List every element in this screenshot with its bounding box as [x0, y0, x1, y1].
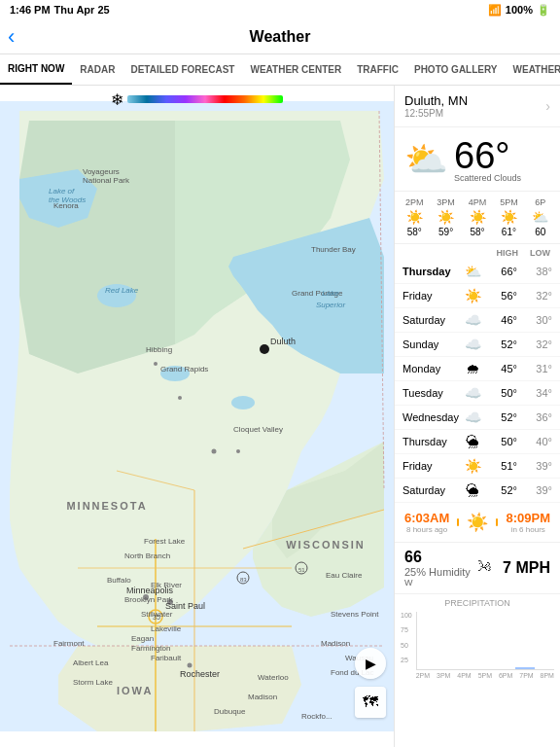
sunset-time: 8:09PM — [506, 511, 550, 525]
tab-right-now[interactable]: RIGHT NOW — [0, 54, 72, 85]
svg-text:Storm Lake: Storm Lake — [73, 678, 113, 687]
svg-text:North Branch: North Branch — [124, 551, 170, 560]
svg-text:Buffalo: Buffalo — [107, 576, 131, 585]
svg-point-22 — [178, 396, 182, 400]
svg-text:Elk River: Elk River — [151, 581, 182, 589]
sun-row: 6:03AM 8 hours ago ☀️ 8:09PM in 6 hours — [395, 503, 560, 543]
chevron-right-icon: › — [545, 98, 550, 114]
snow-icon: ❄ — [111, 90, 123, 109]
svg-text:Dubuque: Dubuque — [214, 707, 246, 716]
wind-icon: 🌬 — [474, 558, 494, 578]
svg-text:Eagan: Eagan — [131, 634, 154, 643]
svg-text:Albert Lea: Albert Lea — [73, 658, 109, 667]
wifi-icon: 📶 — [488, 4, 502, 17]
svg-text:Stevens Point: Stevens Point — [331, 610, 379, 619]
map-play-button[interactable]: ▶ — [355, 648, 386, 679]
svg-text:Red Lake: Red Lake — [105, 286, 139, 295]
svg-text:Lake of: Lake of — [49, 187, 75, 196]
status-left: 1:46 PM Thu Apr 25 — [10, 4, 110, 16]
svg-point-25 — [260, 344, 269, 354]
svg-text:83: 83 — [240, 577, 247, 583]
current-temperature: 66° — [454, 135, 521, 177]
sunset-block: 8:09PM in 6 hours — [506, 511, 550, 534]
precip-title: PRECIPITATION — [401, 598, 554, 608]
svg-point-23 — [154, 362, 158, 366]
tab-traffic[interactable]: TRAFFIC — [349, 54, 406, 85]
svg-text:51: 51 — [298, 567, 305, 573]
battery: 100% — [506, 4, 533, 16]
current-condition: Scattered Clouds — [454, 173, 521, 183]
map-area[interactable]: ❄ — [0, 86, 394, 747]
map-svg: 35 83 51 MINNESOTA WISCONSIN Minn — [0, 86, 394, 747]
humidity-label: 25% Humidity — [404, 566, 471, 578]
location-header[interactable]: Duluth, MN 12:55PM › — [395, 86, 560, 127]
svg-text:Hibbing: Hibbing — [146, 345, 172, 354]
svg-text:Voyageurs: Voyageurs — [83, 167, 120, 176]
svg-point-20 — [212, 449, 217, 454]
sun-arc-2 — [496, 518, 498, 526]
legend-color-bar — [127, 95, 283, 103]
svg-text:Waterloo: Waterloo — [258, 673, 289, 682]
wind-detail-row: 66 25% Humidity W 🌬 7 MPH — [395, 543, 560, 594]
svg-text:Duluth: Duluth — [270, 337, 296, 346]
daily-item-monday: Monday 🌧 45° 31° — [395, 357, 560, 381]
back-button[interactable]: ‹ — [8, 24, 15, 50]
precip-chart — [416, 612, 554, 670]
tab-weather-stories[interactable]: WEATHER STORIES — [506, 54, 560, 85]
svg-text:Fairmont: Fairmont — [53, 639, 85, 648]
map-legend: ❄ — [0, 89, 394, 109]
main-content: ❄ — [0, 86, 560, 747]
svg-text:Cloquet Valley: Cloquet Valley — [233, 425, 283, 434]
svg-text:Thunder Bay: Thunder Bay — [311, 245, 356, 254]
nav-bar: ‹ Weather — [0, 19, 560, 54]
svg-text:Madison: Madison — [321, 639, 350, 648]
tab-detailed-forecast[interactable]: DETAILED FORECAST — [122, 54, 242, 85]
daily-item-sunday: Sunday ☁️ 52° 32° — [395, 333, 560, 357]
precip-bar-6 — [515, 667, 534, 669]
hourly-row: 2PM ☀️ 58° 3PM ☀️ 59° 4PM ☀️ 58° 5PM ☀️ — [399, 197, 556, 237]
location-name: Duluth, MN — [404, 93, 468, 108]
battery-icon: 🔋 — [537, 4, 550, 17]
daily-item-thursday-1: Thursday ⛅ 66° 38° — [395, 260, 560, 284]
tab-weather-center[interactable]: WEATHER CENTER — [242, 54, 349, 85]
status-bar: 1:46 PM Thu Apr 25 📶 100% 🔋 — [0, 0, 560, 19]
svg-text:Lake: Lake — [322, 289, 339, 298]
precipitation-section: PRECIPITATION 100 75 50 25 — [395, 594, 560, 683]
daily-item-tuesday: Tuesday ☁️ 50° 34° — [395, 381, 560, 406]
sunset-label: in 6 hours — [511, 525, 545, 534]
svg-text:Rochester: Rochester — [180, 669, 220, 679]
svg-text:Forest Lake: Forest Lake — [144, 537, 186, 546]
sun-icon: ☀️ — [467, 512, 488, 533]
tab-radar[interactable]: RADAR — [72, 54, 122, 85]
hourly-item-5pm: 5PM ☀️ 61° — [493, 197, 524, 237]
high-label: HIGH — [497, 248, 519, 258]
current-weather: ⛅ 66° Scattered Clouds — [395, 127, 560, 192]
svg-text:IOWA: IOWA — [117, 685, 153, 696]
hourly-item-6pm: 6P ⛅ 60 — [525, 197, 556, 237]
svg-text:Farmington: Farmington — [131, 644, 170, 653]
svg-text:Grand Rapids: Grand Rapids — [160, 365, 208, 374]
svg-text:WISCONSIN: WISCONSIN — [286, 539, 366, 551]
time: 1:46 PM — [10, 4, 51, 16]
high-low-header: HIGH LOW — [395, 244, 560, 260]
right-panel: Duluth, MN 12:55PM › ⛅ 66° Scattered Clo… — [394, 86, 560, 747]
hourly-item-2pm: 2PM ☀️ 58° — [399, 197, 430, 237]
svg-text:Rockfo...: Rockfo... — [301, 712, 332, 721]
daily-item-friday-1: Friday ☀️ 56° 32° — [395, 284, 560, 308]
svg-text:the Woods: the Woods — [49, 196, 86, 204]
daily-item-saturday-2: Saturday 🌦 52° 39° — [395, 479, 560, 503]
hourly-item-4pm: 4PM ☀️ 58° — [462, 197, 493, 237]
svg-point-3 — [231, 396, 255, 409]
svg-point-24 — [236, 449, 240, 453]
sun-arc — [457, 518, 459, 526]
svg-text:Madison: Madison — [248, 693, 277, 701]
map-layers-button[interactable]: 🗺 — [355, 687, 386, 718]
hourly-item-3pm: 3PM ☀️ 59° — [430, 197, 461, 237]
day: Thu Apr 25 — [54, 4, 110, 16]
wind-direction: W — [404, 578, 471, 587]
daily-item-saturday-1: Saturday ☁️ 46° 30° — [395, 308, 560, 333]
tab-photo-gallery[interactable]: PHOTO GALLERY — [406, 54, 506, 85]
svg-text:Superior: Superior — [316, 301, 346, 309]
svg-text:MINNESOTA: MINNESOTA — [66, 500, 147, 512]
svg-text:Faribault: Faribault — [151, 654, 182, 662]
